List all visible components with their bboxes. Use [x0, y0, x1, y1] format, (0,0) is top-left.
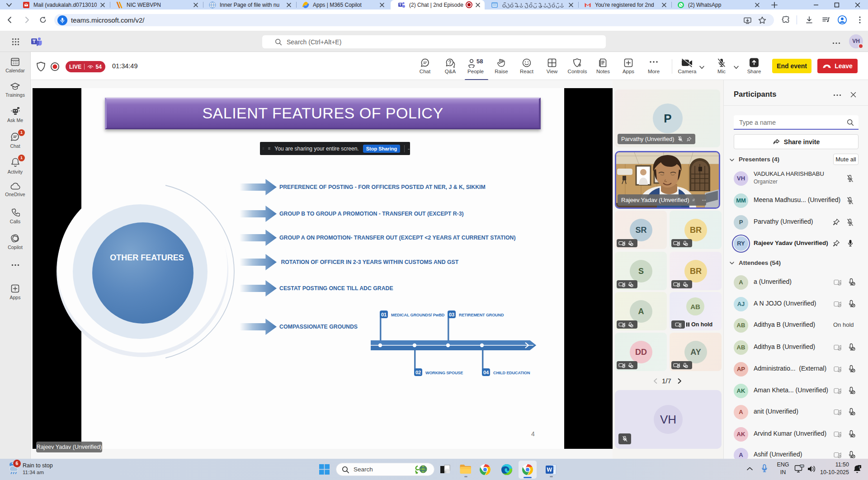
- svg-text:MEDICAL GROUNDS/ PwBD: MEDICAL GROUNDS/ PwBD: [391, 313, 445, 317]
- svg-text:WORKING SPOUSE: WORKING SPOUSE: [425, 371, 463, 375]
- svg-text:CHILD EDUCATION: CHILD EDUCATION: [493, 371, 530, 375]
- svg-text:RETIREMENT GROUND: RETIREMENT GROUND: [459, 313, 504, 317]
- svg-text:01: 01: [381, 312, 387, 317]
- svg-text:04: 04: [483, 370, 489, 375]
- svg-text:58: 58: [476, 58, 483, 65]
- svg-text:z: z: [859, 466, 860, 468]
- svg-text:02: 02: [415, 370, 421, 375]
- svg-text:03: 03: [449, 312, 454, 317]
